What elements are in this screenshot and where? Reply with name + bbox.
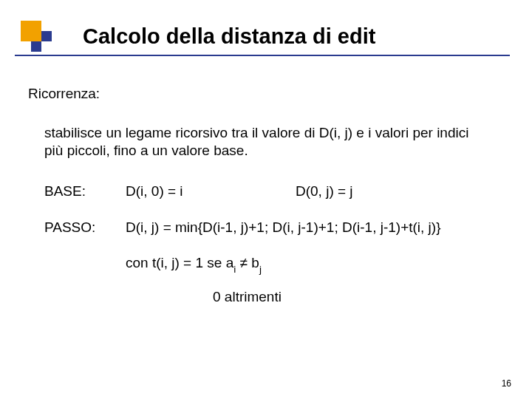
- slide-content: Ricorrenza: stabilisce un legame ricorsi…: [28, 85, 502, 307]
- accent-orange-square: [21, 21, 41, 41]
- accent-block-icon: [21, 21, 52, 52]
- accent-blue-square-1: [41, 31, 52, 41]
- base-row: BASE: D(i, 0) = i D(0, j) = j: [44, 183, 502, 201]
- base-expr-1: D(i, 0) = i: [126, 183, 296, 201]
- accent-blue-square-2: [31, 41, 41, 52]
- cond-sub-j: j: [259, 264, 262, 275]
- page-number: 16: [502, 378, 511, 389]
- passo-label: PASSO:: [44, 219, 126, 237]
- passo-row: PASSO: D(i, j) = min{D(i-1, j)+1; D(i, j…: [44, 219, 502, 237]
- cond-prefix: con t(i, j) = 1 se a: [126, 255, 233, 270]
- subheading: Ricorrenza:: [28, 85, 502, 103]
- base-label: BASE:: [44, 183, 126, 201]
- slide-title: Calcolo della distanza di edit: [83, 24, 375, 49]
- cond-sub-i: i: [233, 264, 236, 275]
- base-body: D(i, 0) = i D(0, j) = j: [126, 183, 502, 201]
- cond-mid: ≠ b: [236, 255, 259, 270]
- intro-paragraph: stabilisce un legame ricorsivo tra il va…: [44, 124, 480, 160]
- title-underline: [15, 55, 510, 56]
- condition-row: con t(i, j) = 1 se ai ≠ bj: [126, 254, 502, 275]
- else-row: 0 altrimenti: [213, 288, 502, 307]
- base-expr-2: D(0, j) = j: [296, 183, 353, 201]
- passo-expr: D(i, j) = min{D(i-1, j)+1; D(i, j-1)+1; …: [126, 219, 502, 237]
